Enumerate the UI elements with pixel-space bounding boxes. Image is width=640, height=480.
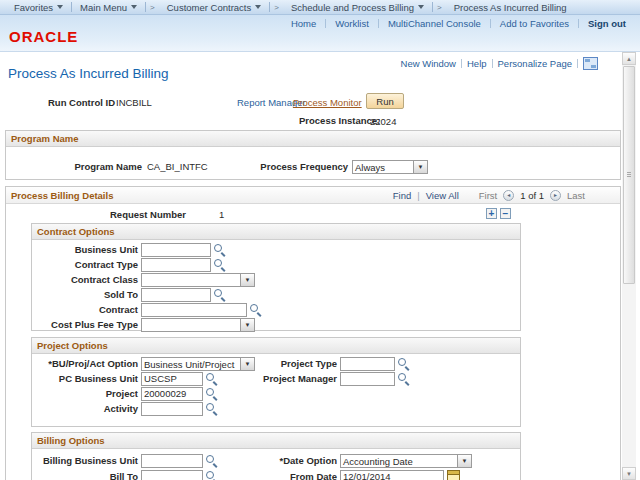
header-band: ORACLE Home Worklist MultiChannel Consol… <box>0 15 640 52</box>
view-all-link[interactable]: View All <box>426 190 459 201</box>
breadcrumb-item-favorites[interactable]: Favorites <box>6 2 71 13</box>
breadcrumb: Favorites Main Menu > Customer Contracts… <box>0 0 640 15</box>
dropdown-arrow-icon <box>131 5 137 9</box>
project-options-header: Project Options <box>32 338 520 354</box>
lookup-icon[interactable] <box>206 455 217 466</box>
toolbar-divider <box>577 59 578 68</box>
project-type-input[interactable] <box>340 357 395 371</box>
new-window-link[interactable]: New Window <box>401 58 456 69</box>
next-row-button[interactable]: ► <box>550 190 561 201</box>
worklist-link[interactable]: Worklist <box>335 18 369 29</box>
chevron-down-icon: ▼ <box>240 274 254 286</box>
lookup-icon[interactable] <box>206 373 217 384</box>
activity-input[interactable] <box>141 402 203 416</box>
from-date-label: From Date <box>237 471 337 480</box>
toolbar-divider <box>492 59 493 68</box>
selected-value <box>142 274 240 286</box>
delete-row-button[interactable]: − <box>500 208 511 219</box>
run-control-id-value: INCBILL <box>116 97 152 108</box>
scrollbar-thumb[interactable] <box>623 66 635 284</box>
breadcrumb-item-schedule-process-billing[interactable]: Schedule and Process Billing <box>283 2 432 13</box>
business-unit-label: Business Unit <box>32 244 138 255</box>
lookup-icon[interactable] <box>398 358 409 369</box>
pc-business-unit-input[interactable] <box>141 372 203 386</box>
lookup-icon[interactable] <box>214 259 225 270</box>
from-date-input[interactable] <box>340 470 444 480</box>
process-monitor-link[interactable]: Process Monitor <box>293 97 362 108</box>
sign-out-link[interactable]: Sign out <box>588 18 626 29</box>
billing-business-unit-input[interactable] <box>141 454 203 468</box>
nav-divider <box>325 19 326 28</box>
add-to-favorites-link[interactable]: Add to Favorites <box>500 18 569 29</box>
bill-to-label: Bill To <box>32 471 138 480</box>
business-unit-input[interactable] <box>141 243 211 257</box>
bill-to-input[interactable] <box>141 470 203 480</box>
multichannel-console-link[interactable]: MultiChannel Console <box>388 18 481 29</box>
dropdown-arrow-icon <box>255 5 261 9</box>
help-link[interactable]: Help <box>467 58 487 69</box>
cost-plus-fee-type-select[interactable]: ▼ <box>141 318 255 332</box>
billing-options-header: Billing Options <box>32 433 520 449</box>
date-option-label: *Date Option <box>237 455 337 466</box>
cost-plus-fee-type-label: Cost Plus Fee Type <box>32 319 138 330</box>
lookup-icon[interactable] <box>206 388 217 399</box>
project-input[interactable] <box>141 387 203 401</box>
find-link[interactable]: Find <box>393 190 411 201</box>
nav-divider <box>378 19 379 28</box>
minus-icon: − <box>503 209 509 219</box>
personalize-page-link[interactable]: Personalize Page <box>498 58 572 69</box>
lookup-icon[interactable] <box>214 289 225 300</box>
groupbox-title: Project Options <box>37 340 108 351</box>
previous-icon: ◄ <box>506 192 511 198</box>
sold-to-label: Sold To <box>32 289 138 300</box>
next-icon: ► <box>553 192 558 198</box>
project-manager-input[interactable] <box>340 372 395 386</box>
breadcrumb-label: Process As Incurred Billing <box>454 2 567 13</box>
vertical-scrollbar[interactable]: ▲ ▼ <box>622 52 636 480</box>
contract-class-select[interactable]: ▼ <box>141 273 255 287</box>
run-button[interactable]: Run <box>366 93 404 109</box>
project-options-groupbox: Project Options *BU/Proj/Act Option Busi… <box>31 337 521 427</box>
header-nav: Home Worklist MultiChannel Console Add t… <box>291 18 626 29</box>
selected-value: Always <box>353 161 413 173</box>
breadcrumb-label: Favorites <box>14 2 53 13</box>
page-layout-icon[interactable] <box>583 57 598 70</box>
contract-input[interactable] <box>141 303 247 317</box>
program-name-groupbox: Program Name Program Name CA_BI_INTFC Pr… <box>5 130 621 180</box>
lookup-icon[interactable] <box>250 304 261 315</box>
contract-type-input[interactable] <box>141 258 211 272</box>
calendar-icon[interactable] <box>447 470 460 480</box>
breadcrumb-label: Main Menu <box>80 2 127 13</box>
breadcrumb-item-main-menu[interactable]: Main Menu <box>72 2 145 13</box>
scroll-up-button[interactable]: ▲ <box>622 52 636 65</box>
selected-value: Accounting Date <box>341 455 457 467</box>
nav-divider <box>490 19 491 28</box>
process-billing-details-section: Process Billing Details Find | View All … <box>5 186 621 480</box>
scroll-down-button[interactable]: ▼ <box>622 467 636 480</box>
request-number-value: 1 <box>219 209 224 220</box>
section-title: Process Billing Details <box>11 190 113 201</box>
contract-class-label: Contract Class <box>32 274 138 285</box>
lookup-icon[interactable] <box>398 373 409 384</box>
home-link[interactable]: Home <box>291 18 316 29</box>
billing-business-unit-label: Billing Business Unit <box>32 455 138 466</box>
groupbox-title: Contract Options <box>37 226 115 237</box>
contract-options-groupbox: Contract Options Business Unit Contract … <box>31 223 521 331</box>
chevron-down-icon: ▼ <box>240 319 254 331</box>
lookup-icon[interactable] <box>214 244 225 255</box>
lookup-icon[interactable] <box>206 471 217 480</box>
process-instance-label: Process Instance: <box>299 115 380 126</box>
row-position: 1 of 1 <box>520 190 544 201</box>
date-option-select[interactable]: Accounting Date ▼ <box>340 454 472 468</box>
first-label: First <box>479 190 497 201</box>
oracle-logo: ORACLE <box>9 28 78 45</box>
lookup-icon[interactable] <box>206 403 217 414</box>
process-frequency-select[interactable]: Always ▼ <box>352 160 428 174</box>
previous-row-button[interactable]: ◄ <box>503 190 514 201</box>
add-row-button[interactable]: + <box>486 208 497 219</box>
sold-to-input[interactable] <box>141 288 211 302</box>
pc-business-unit-label: PC Business Unit <box>32 373 138 384</box>
contract-label: Contract <box>32 304 138 315</box>
row-action-buttons: + − <box>486 208 511 219</box>
breadcrumb-item-customer-contracts[interactable]: Customer Contracts <box>159 2 269 13</box>
